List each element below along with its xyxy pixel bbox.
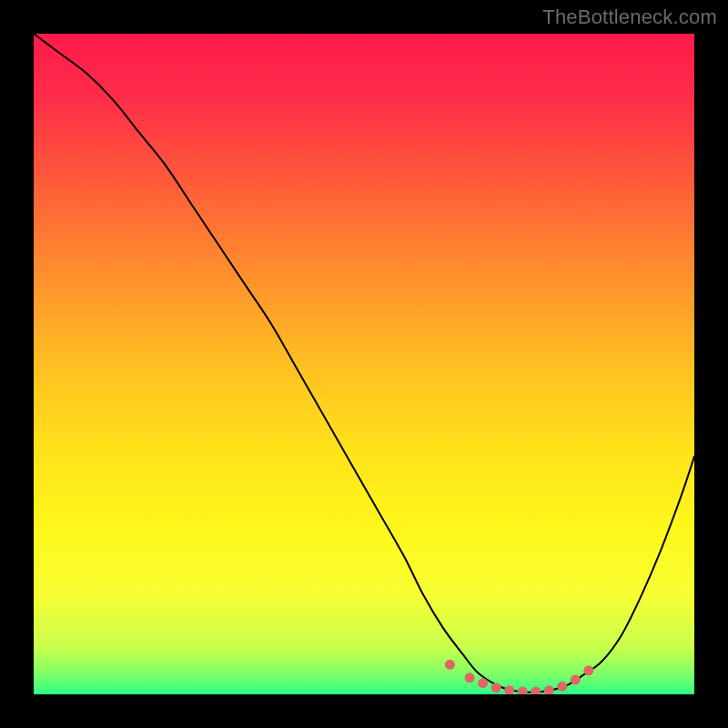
watermark-text: TheBottleneck.com	[542, 5, 717, 29]
optimal-marker	[445, 660, 455, 670]
optimal-marker	[478, 678, 488, 688]
chart-stage: TheBottleneck.com	[0, 0, 728, 728]
gradient-background	[34, 34, 694, 694]
optimal-marker	[465, 672, 475, 682]
plot-area	[34, 34, 694, 694]
optimal-marker	[491, 682, 501, 693]
optimal-marker	[557, 682, 567, 692]
optimal-marker	[583, 665, 593, 675]
optimal-marker	[571, 675, 581, 685]
plot-svg	[34, 34, 694, 694]
